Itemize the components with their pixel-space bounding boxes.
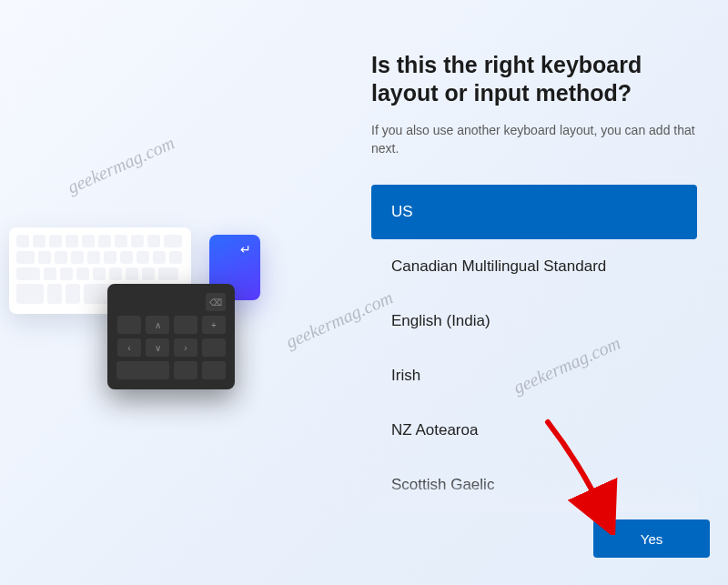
numpad-dark-graphic: ⌫ ∧+ ‹∨› [107,284,235,389]
keyboard-illustration: ↵ ⌫ ∧+ ‹∨› [9,218,264,400]
layout-option-canadian-multilingual[interactable]: Canadian Multilingual Standard [371,239,697,294]
page-title: Is this the right keyboard layout or inp… [371,51,699,108]
page-subtitle: If you also use another keyboard layout,… [371,121,699,158]
watermark-text: geekermag.com [65,132,178,197]
layout-option-scottish-gaelic[interactable]: Scottish Gaelic [371,458,697,512]
layout-option-english-india[interactable]: English (India) [371,294,697,348]
setup-panel: Is this the right keyboard layout or inp… [371,51,699,512]
layout-option-nz-aotearoa[interactable]: NZ Aotearoa [371,403,697,458]
layout-option-us[interactable]: US [371,185,697,239]
yes-button[interactable]: Yes [593,519,710,558]
keyboard-layout-list[interactable]: US Canadian Multilingual Standard Englis… [371,185,697,512]
layout-option-irish[interactable]: Irish [371,348,697,403]
